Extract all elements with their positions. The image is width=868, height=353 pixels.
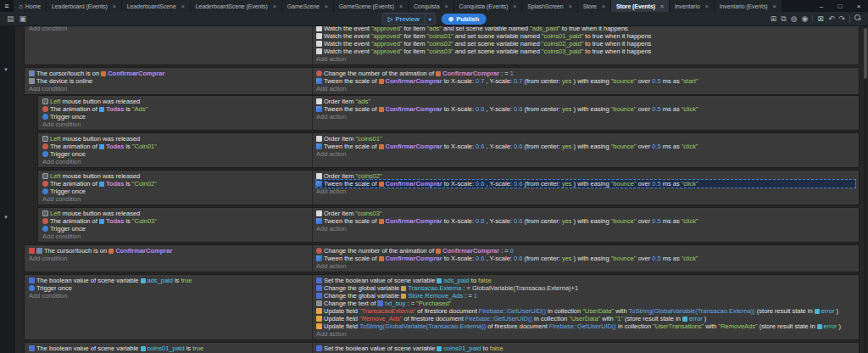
- preview-dropdown-caret-icon[interactable]: ▾: [425, 14, 435, 25]
- action-row[interactable]: Tween the scale of ConfirmarComprar to X…: [316, 255, 855, 262]
- actions-cell[interactable]: Order item "coins03"Tween the scale of C…: [313, 208, 859, 242]
- event-block[interactable]: Left mouse button was releasedThe animat…: [37, 207, 860, 243]
- add-event-icon[interactable]: ⊞: [771, 15, 777, 23]
- actions-cell[interactable]: Change the number of the animation of Co…: [313, 245, 859, 272]
- conditions-cell[interactable]: The cursor/touch is on ConfirmarComprarT…: [25, 68, 313, 94]
- condition-row[interactable]: The boolean value of scene variable ads_…: [29, 277, 312, 284]
- action-row[interactable]: Order item "coins03": [316, 210, 855, 217]
- event-block[interactable]: The boolean value of scene variable coin…: [24, 342, 860, 353]
- condition-row[interactable]: The animation of Todas is "Coin02": [42, 180, 312, 188]
- action-row[interactable]: Update field ToString(GlobalVariable(Tra…: [316, 322, 855, 330]
- tab-home[interactable]: ⌂Home: [14, 0, 47, 12]
- conditions-cell[interactable]: Add condition: [25, 26, 313, 64]
- choose-event-icon[interactable]: ◉: [802, 15, 809, 23]
- tab-inventario[interactable]: Inventario×: [670, 0, 715, 12]
- tab-close-icon[interactable]: ×: [660, 3, 664, 9]
- condition-row[interactable]: The animation of Todas is "Coin03": [42, 217, 312, 225]
- condition-row[interactable]: The animation of Todas is "Coin01": [42, 143, 312, 150]
- action-row[interactable]: Change the global variable Transacao.Ext…: [316, 284, 855, 292]
- maximize-window-icon[interactable]: □: [831, 0, 849, 12]
- search-icon[interactable]: [854, 14, 861, 23]
- tab-close-icon[interactable]: ×: [445, 3, 448, 9]
- add-condition-link[interactable]: Add condition: [29, 26, 312, 32]
- add-action-link[interactable]: Add action: [316, 188, 855, 195]
- tab-close-icon[interactable]: ×: [705, 3, 709, 9]
- action-row[interactable]: Watch the event "approved" for item "ads…: [316, 26, 855, 32]
- condition-row[interactable]: The cursor/touch is on ConfirmarComprar: [29, 247, 312, 255]
- project-manager-icon[interactable]: ▤: [7, 15, 14, 23]
- add-condition-link[interactable]: Add condition: [29, 85, 312, 92]
- tab-close-icon[interactable]: ×: [602, 3, 605, 9]
- tab-conquista[interactable]: Conquista×: [409, 0, 454, 12]
- preview-button[interactable]: ▷ Preview ▾: [382, 13, 436, 25]
- action-row[interactable]: Set the boolean value of scene variable …: [316, 345, 855, 352]
- condition-row[interactable]: Left mouse button was released: [42, 98, 312, 105]
- publish-button[interactable]: ⊕ Publish: [442, 14, 486, 25]
- add-action-link[interactable]: Add action: [316, 113, 855, 120]
- action-row[interactable]: Change the text of txt_buy: = "Purchased…: [316, 300, 855, 307]
- minimize-window-icon[interactable]: –: [812, 0, 831, 12]
- action-row-selected[interactable]: Tween the scale of ConfirmarComprar to X…: [316, 180, 855, 188]
- condition-row[interactable]: Left mouse button was released: [42, 135, 312, 143]
- action-row[interactable]: Order item "ads": [316, 98, 855, 105]
- action-row[interactable]: Tween the scale of ConfirmarComprar to X…: [316, 77, 855, 85]
- tab-close-icon[interactable]: ×: [513, 3, 516, 9]
- tab-splashscreen[interactable]: SplashScreen×: [522, 0, 577, 12]
- add-condition-link[interactable]: Add condition: [42, 195, 312, 203]
- action-row[interactable]: Change the number of the animation of Co…: [316, 247, 855, 255]
- fold-arrow-icon[interactable]: ▼: [3, 67, 8, 72]
- condition-row[interactable]: Left mouse button was released: [42, 172, 312, 180]
- add-action-link[interactable]: Add action: [316, 150, 855, 158]
- condition-row[interactable]: Trigger once: [42, 225, 312, 233]
- fold-arrow-icon[interactable]: ▼: [3, 215, 8, 220]
- actions-cell[interactable]: Set the boolean value of scene variable …: [313, 343, 859, 353]
- tab-close-icon[interactable]: ×: [181, 3, 185, 9]
- actions-cell[interactable]: Order item "coins02"Tween the scale of C…: [313, 171, 859, 205]
- condition-row[interactable]: The device is online: [29, 77, 312, 85]
- tab-close-icon[interactable]: ×: [325, 3, 328, 9]
- conditions-cell[interactable]: The cursor/touch is on ConfirmarComprarA…: [25, 245, 313, 272]
- action-row[interactable]: Tween the scale of ConfirmarComprar to X…: [316, 105, 855, 113]
- conditions-cell[interactable]: Left mouse button was releasedThe animat…: [38, 133, 313, 167]
- tab-store-events[interactable]: Store (Events)×: [611, 0, 670, 12]
- event-block[interactable]: The cursor/touch is on ConfirmarComprarA…: [24, 244, 860, 272]
- actions-cell[interactable]: Order item "coins01"Tween the scale of C…: [313, 133, 859, 167]
- tab-leaderboardscene-events[interactable]: LeaderboardScene (Events)×: [191, 0, 282, 12]
- vertical-scrollbar[interactable]: [864, 26, 867, 353]
- redo-icon[interactable]: ↷: [838, 15, 845, 23]
- action-row[interactable]: Set the boolean value of scene variable …: [316, 277, 855, 284]
- tab-gamescene[interactable]: GameScene×: [282, 0, 334, 12]
- action-row[interactable]: Order item "coins01": [316, 135, 855, 143]
- tab-close-icon[interactable]: ×: [113, 3, 116, 9]
- add-action-link[interactable]: Add action: [316, 85, 855, 92]
- conditions-cell[interactable]: The boolean value of scene variable ads_…: [25, 275, 313, 339]
- action-row[interactable]: Watch the event "approved" for item "coi…: [316, 48, 855, 55]
- add-condition-link[interactable]: Add condition: [29, 255, 312, 262]
- condition-row[interactable]: Left mouse button was released: [42, 210, 312, 217]
- conditions-cell[interactable]: Left mouse button was releasedThe animat…: [38, 208, 313, 242]
- delete-icon[interactable]: ⊠: [817, 15, 824, 23]
- tab-close-icon[interactable]: ×: [273, 3, 276, 9]
- add-condition-link[interactable]: Add condition: [42, 158, 312, 165]
- tab-close-icon[interactable]: ×: [773, 3, 776, 9]
- actions-cell[interactable]: Set the boolean value of scene variable …: [313, 275, 859, 339]
- action-row[interactable]: Update field "Remove_Ads" of firestore d…: [316, 315, 855, 322]
- action-row[interactable]: Change the number of the animation of Co…: [316, 70, 855, 77]
- hamburger-menu-icon[interactable]: ≡: [0, 0, 14, 12]
- condition-row[interactable]: Trigger once: [42, 150, 312, 158]
- action-row[interactable]: Update field "TransacaoExterna" of fires…: [316, 307, 855, 315]
- action-row[interactable]: Watch the event "approved" for item "coi…: [316, 40, 855, 48]
- condition-row[interactable]: Trigger once: [42, 188, 312, 195]
- event-block[interactable]: Left mouse button was releasedThe animat…: [37, 95, 860, 131]
- event-block[interactable]: The boolean value of scene variable ads_…: [24, 274, 860, 340]
- add-action-link[interactable]: Add action: [316, 330, 855, 338]
- add-condition-link[interactable]: Add condition: [42, 233, 312, 240]
- action-row[interactable]: Tween the scale of ConfirmarComprar to X…: [316, 217, 855, 225]
- add-action-link[interactable]: Add action: [316, 55, 855, 63]
- tab-inventario-events[interactable]: Inventario (Events)×: [715, 0, 782, 12]
- action-row[interactable]: Order item "coins02": [316, 172, 855, 180]
- add-action-link[interactable]: Add action: [316, 262, 855, 270]
- undo-icon[interactable]: ↶: [828, 15, 835, 23]
- actions-cell[interactable]: Watch the event "approved" for item "ads…: [313, 26, 859, 64]
- add-condition-link[interactable]: Add condition: [42, 120, 312, 128]
